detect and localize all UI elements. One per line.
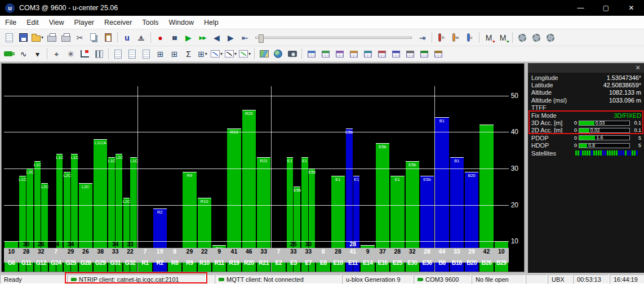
chart-view-blue[interactable]: ▾ — [210, 48, 223, 60]
cut[interactable]: ✂ — [73, 32, 86, 44]
epoch-spark[interactable]: ✳ — [64, 48, 77, 60]
satellite-id: B26 — [479, 259, 494, 266]
ublox-logo[interactable]: u — [121, 32, 134, 44]
compass-grid[interactable] — [333, 48, 346, 60]
record[interactable]: ● — [154, 32, 167, 44]
table-view[interactable]: ⊞ — [154, 48, 167, 60]
grid-view[interactable]: ⊞ — [168, 48, 181, 60]
receiver-config-gear[interactable] — [530, 32, 543, 44]
menu-file[interactable]: File — [0, 19, 21, 26]
frequency-label: L2C — [123, 199, 130, 204]
menu-window[interactable]: Window — [164, 19, 199, 26]
dop-grid[interactable] — [403, 48, 416, 60]
remove-message[interactable]: M+ — [496, 32, 509, 44]
pause[interactable]: ▮▮ — [168, 32, 181, 44]
table-dropdown[interactable]: ⊞▾ — [196, 48, 209, 60]
satellite-tick — [629, 150, 631, 156]
cn0-value-2: 30 — [19, 241, 33, 247]
chart-view-green[interactable]: ▾ — [238, 48, 251, 60]
plug-icon — [71, 278, 76, 281]
print-preview[interactable] — [59, 32, 72, 44]
earth-view[interactable] — [272, 48, 285, 60]
statistic-view[interactable]: Σ — [182, 48, 195, 60]
satellite-tick — [591, 150, 593, 156]
open-file[interactable]: ▾ — [31, 32, 44, 44]
camera-view[interactable] — [286, 48, 299, 60]
course-grid[interactable] — [389, 48, 402, 60]
satellite-id: B29 — [494, 259, 509, 266]
gauge-value: 1.6 — [596, 135, 603, 140]
position-slider[interactable] — [252, 32, 415, 44]
hot-start[interactable]: h — [435, 32, 448, 44]
chart-marker-flag[interactable] — [78, 48, 91, 60]
print[interactable] — [45, 32, 58, 44]
toolbar-separator — [301, 48, 302, 59]
menu-tools[interactable]: Tools — [137, 19, 163, 26]
chart-view-dark[interactable]: ▾ — [224, 48, 237, 60]
message-console[interactable] — [126, 48, 139, 60]
step-back[interactable]: ◀ — [210, 32, 223, 44]
text-console[interactable] — [112, 48, 125, 60]
speed-grid-shape — [378, 51, 386, 57]
play-forward[interactable]: ▶▶ — [196, 32, 209, 44]
panel-close-icon[interactable]: ✕ — [634, 64, 642, 72]
data-row-hdop: HDOP00.85 — [531, 142, 641, 149]
menu-view[interactable]: View — [44, 19, 69, 26]
com-port-status-text: COM3 9600 — [425, 276, 459, 283]
altitude-grid[interactable] — [361, 48, 374, 60]
adjust-sliders[interactable] — [92, 48, 105, 60]
save-file[interactable] — [17, 32, 30, 44]
receiver-connection[interactable] — [3, 48, 16, 60]
packet-console[interactable] — [140, 48, 153, 60]
satellite-id: R21 — [256, 259, 271, 266]
frequency-label: L2C — [78, 184, 93, 189]
generation-status: u-blox Generation 9 — [342, 274, 413, 284]
position-marker[interactable]: ⌖ — [50, 48, 63, 60]
deviation-map-grid[interactable] — [305, 48, 318, 60]
receiver-connection-shape — [4, 51, 12, 56]
messages-config-gear[interactable] — [516, 32, 528, 44]
thermo-letter: c — [470, 35, 473, 40]
satellite-tick — [598, 150, 599, 156]
compass-grid-shape — [336, 51, 344, 57]
print-preview-shape — [61, 36, 70, 42]
gauge-max: 5 — [632, 135, 641, 141]
data-label: HDOP — [531, 142, 574, 149]
menu-edit[interactable]: Edit — [21, 19, 44, 26]
advanced-config-gear[interactable] — [544, 32, 557, 44]
clock-grid[interactable] — [347, 48, 360, 60]
menu-receiver[interactable]: Receiver — [99, 19, 137, 26]
signal-grid[interactable] — [418, 48, 430, 60]
satellite-tick — [636, 150, 638, 156]
jump-end[interactable]: ⇥ — [416, 32, 429, 44]
paste[interactable] — [101, 32, 114, 44]
new-file[interactable] — [3, 32, 16, 44]
maximize-button[interactable]: ▢ — [593, 0, 619, 16]
minimize-button[interactable]: — — [568, 0, 593, 16]
copy[interactable] — [87, 32, 100, 44]
toolbar-separator — [117, 32, 118, 43]
comm-dropdown-glyph: ▾ — [35, 50, 39, 58]
comm-monitor[interactable]: ∿ — [17, 48, 30, 60]
add-message[interactable]: M+ — [482, 32, 495, 44]
cold-start[interactable]: c — [463, 32, 476, 44]
step-forward[interactable]: ▶ — [224, 32, 237, 44]
frequency-label: L2C — [41, 184, 48, 189]
sky-view-grid[interactable] — [319, 48, 332, 60]
close-button[interactable]: ✕ — [619, 0, 644, 16]
residual-grid[interactable] — [432, 48, 445, 60]
map-view[interactable] — [257, 48, 270, 60]
jump-start[interactable]: ⇤ — [238, 32, 251, 44]
toolbar-separator — [108, 48, 109, 59]
satellite-tick — [616, 150, 618, 156]
data-value: 3D/FIXED — [574, 112, 641, 119]
epoch-spark-glyph: ✳ — [68, 50, 74, 58]
menu-player[interactable]: Player — [69, 19, 99, 26]
warm-start[interactable]: w — [449, 32, 462, 44]
speed-grid[interactable] — [375, 48, 388, 60]
save-file-shape — [19, 33, 28, 42]
menu-help[interactable]: Help — [199, 19, 224, 26]
play[interactable]: ▶ — [182, 32, 195, 44]
comm-dropdown[interactable]: ▾ — [31, 48, 44, 60]
eject-receiver[interactable]: ▲ — [135, 32, 148, 44]
